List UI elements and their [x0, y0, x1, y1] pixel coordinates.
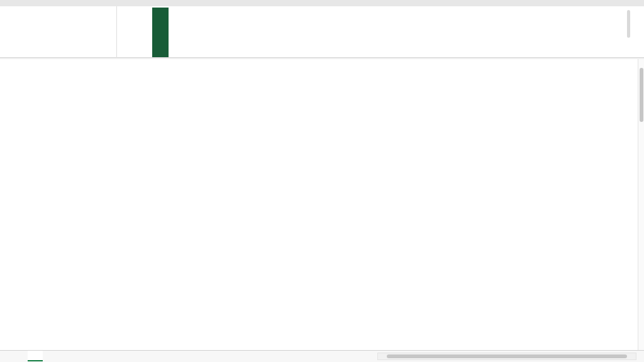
horizontal-scroll-thumb[interactable]	[387, 354, 627, 358]
code-line	[174, 25, 626, 41]
excel-window	[0, 0, 644, 362]
code-line	[174, 41, 626, 58]
sheet-tab-bar	[0, 350, 644, 362]
sheet-tab-sheet1[interactable]	[28, 351, 43, 361]
formula-input[interactable]	[174, 9, 626, 58]
formula-bar	[0, 6, 644, 58]
horizontal-scrollbar[interactable]	[377, 353, 636, 360]
titlebar	[0, 0, 644, 6]
formula-bar-scrollbar[interactable]	[627, 10, 630, 38]
name-box[interactable]	[0, 6, 117, 58]
code-line	[174, 9, 626, 25]
spreadsheet-grid	[0, 59, 638, 350]
vertical-scroll-thumb[interactable]	[640, 68, 643, 122]
vertical-scrollbar[interactable]	[638, 59, 644, 350]
python-badge	[152, 8, 169, 57]
